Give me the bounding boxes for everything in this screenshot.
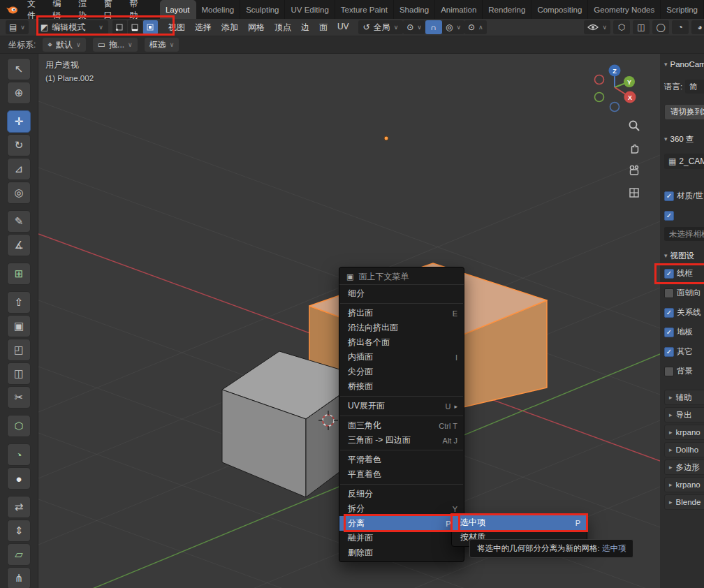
pan-button[interactable]	[625, 139, 643, 157]
header-menu-view[interactable]: 视图	[163, 22, 190, 34]
cursor-tool-button[interactable]: ⊕	[7, 82, 31, 104]
annotate-tool-button[interactable]: ✎	[7, 210, 31, 233]
extrude-region-tool-button[interactable]: ⇧	[7, 291, 31, 314]
snap-toggle-button[interactable]: ∩	[425, 20, 442, 34]
context-menu-item-split[interactable]: 拆分Y	[339, 501, 464, 516]
workspace-tab-sculpting[interactable]: Sculpting	[240, 0, 285, 19]
falloff-dropdown[interactable]: ⊙∧	[464, 20, 487, 34]
menu-render[interactable]: 渲染	[72, 0, 98, 22]
context-menu-item-subdivide[interactable]: 细分	[339, 286, 464, 301]
menu-file[interactable]: 文件	[21, 0, 47, 22]
header-menu-select[interactable]: 选择	[190, 22, 217, 34]
workspace-tab-modeling[interactable]: Modeling	[196, 0, 241, 19]
mode-dropdown[interactable]: ◩ 编辑模式 ∨	[36, 20, 108, 34]
sidebar-panel-dollhouse[interactable]: ▸Dollho	[664, 442, 704, 457]
edge-select-button[interactable]	[128, 20, 142, 34]
context-menu-item-extrude-individual-faces[interactable]: 挤出各个面	[339, 335, 464, 350]
workspace-tab-compositing[interactable]: Compositing	[531, 0, 588, 19]
drag-mode-dropdown[interactable]: ▭ 拖... ∨	[93, 38, 138, 52]
menu-edit[interactable]: 编辑	[47, 0, 73, 22]
shrink-fatten-tool-button[interactable]: ⇕	[7, 520, 31, 542]
context-menu-item-separate[interactable]: 分离P▸	[339, 516, 464, 531]
poly-build-tool-button[interactable]: ⬡	[7, 415, 31, 437]
bevel-tool-button[interactable]: ◰	[7, 339, 31, 361]
viewport-shading-button[interactable]: ◔	[672, 20, 689, 34]
header-menu-mesh[interactable]: 网格	[243, 22, 270, 34]
context-menu-item-delete-faces[interactable]: 删除面	[339, 545, 464, 560]
measure-tool-button[interactable]: ∡	[7, 234, 31, 256]
proportional-edit-dropdown[interactable]: ◎∨	[442, 20, 464, 34]
knife-tool-button[interactable]: ✂	[7, 386, 31, 409]
sidebar-checkbox-unlabeled[interactable]: ✓	[664, 208, 704, 223]
sidebar-section-360[interactable]: ▾ 360 查	[664, 133, 704, 145]
rip-region-tool-button[interactable]: ⋔	[7, 567, 31, 588]
edge-slide-tool-button[interactable]: ⇄	[7, 496, 31, 518]
sidebar-panel-panocam[interactable]: ▾ PanoCam	[664, 58, 704, 71]
sidebar-panel-polygon[interactable]: ▸多边形	[664, 460, 704, 475]
context-menu-item-uv-unwrap-faces[interactable]: UV展开面U▸	[339, 399, 464, 413]
editor-type-button[interactable]: ▤∨	[6, 20, 29, 34]
material-world-check-row[interactable]: ✓ 材质/世	[664, 189, 704, 203]
context-menu-item-triangulate-faces[interactable]: 面三角化Ctrl T	[339, 418, 464, 433]
language-dropdown[interactable]: 简 ∨	[685, 80, 704, 94]
sidebar-panel-krpano-1[interactable]: ▸krpano	[664, 425, 704, 440]
context-menu-item-poke-faces[interactable]: 尖分面	[339, 365, 464, 379]
show-overlays-button[interactable]: ◫	[633, 20, 650, 34]
pivot-dropdown[interactable]: ⊙∨	[403, 20, 425, 34]
view-check-others[interactable]: ✓其它	[664, 344, 704, 359]
navigation-gizmo[interactable]: Z Y X	[595, 65, 636, 112]
view-check-relationship-lines[interactable]: ✓关系线	[664, 305, 704, 320]
face-select-button[interactable]	[143, 20, 158, 34]
zoom-button[interactable]	[625, 117, 643, 135]
context-menu-item-extrude-faces[interactable]: 挤出面E	[339, 306, 464, 321]
move-tool-button[interactable]: ✛	[7, 110, 31, 133]
xray-toggle-button[interactable]: ◯	[652, 20, 669, 34]
view-check-floor[interactable]: ✓地板	[664, 325, 704, 339]
transform-tool-button[interactable]: ◎	[7, 182, 31, 204]
sidebar-panel-krpano-2[interactable]: ▸krpano	[664, 477, 704, 492]
add-cube-tool-button[interactable]: ⊞	[7, 263, 31, 285]
header-menu-uv[interactable]: UV	[332, 22, 354, 34]
menu-help[interactable]: 帮助	[123, 0, 149, 22]
submenu-item-selection[interactable]: 选中项P	[452, 515, 587, 530]
view-check-face-orientation[interactable]: 面朝向	[664, 286, 704, 300]
workspace-tab-texture-paint[interactable]: Texture Paint	[335, 0, 394, 19]
header-menu-edge[interactable]: 边	[296, 22, 314, 34]
workspace-tab-uv-editing[interactable]: UV Editing	[285, 0, 335, 19]
context-menu-item-bridge-faces[interactable]: 桥接面	[339, 379, 464, 394]
scale-tool-button[interactable]: ⊿	[7, 158, 31, 180]
show-gizmo-button[interactable]: ⬡	[613, 20, 630, 34]
camera-dropdown[interactable]: ▦ 2_CAM ∨	[664, 154, 704, 169]
tweak-select-tool-button[interactable]: ↖	[7, 58, 31, 80]
select-mode-dropdown[interactable]: 框选 ∨	[145, 38, 179, 52]
view-check-background[interactable]: 背景	[664, 364, 704, 378]
shear-tool-button[interactable]: ▱	[7, 543, 31, 566]
spin-tool-button[interactable]: ◔	[7, 443, 31, 466]
workspace-tab-geometry-nodes[interactable]: Geometry Nodes	[588, 0, 661, 19]
rotate-tool-button[interactable]: ↻	[7, 134, 31, 156]
sidebar-panel-export[interactable]: ▸导出	[664, 407, 704, 422]
shading-sphere-button[interactable]: ◕	[691, 20, 704, 34]
context-menu-item-inset-faces[interactable]: 内插面I	[339, 350, 464, 365]
header-menu-face[interactable]: 面	[314, 22, 332, 34]
context-menu-item-shade-flat[interactable]: 平直着色	[339, 467, 464, 482]
workspace-tab-rendering[interactable]: Rendering	[483, 0, 531, 19]
vertex-select-button[interactable]	[112, 20, 127, 34]
blender-logo-icon[interactable]	[6, 3, 18, 16]
loop-cut-tool-button[interactable]: ◫	[7, 362, 31, 385]
sidebar-panel-blender[interactable]: ▸Blende	[664, 494, 704, 510]
workspace-tab-layout[interactable]: Layout	[160, 0, 196, 19]
header-menu-add[interactable]: 添加	[217, 22, 243, 34]
context-menu-item-extrude-faces-along-normals[interactable]: 沿法向挤出面	[339, 321, 464, 335]
context-menu-item-shade-smooth[interactable]: 平滑着色	[339, 453, 464, 467]
visibility-dropdown[interactable]: ∨	[584, 20, 610, 34]
context-menu-item-tris-to-quads[interactable]: 三角面 -> 四边面Alt J	[339, 433, 464, 448]
smooth-tool-button[interactable]: ●	[7, 467, 31, 490]
workspace-tab-scripting[interactable]: Scripting	[661, 0, 704, 19]
orientation-dropdown[interactable]: ↺ 全局 ∨	[358, 20, 404, 34]
switch-object-button[interactable]: 请切换到对	[664, 104, 704, 120]
workspace-tab-animation[interactable]: Animation	[435, 0, 483, 19]
orthographic-toggle-button[interactable]	[625, 184, 643, 202]
sidebar-section-view-settings[interactable]: ▾ 视图设	[664, 249, 704, 262]
view-check-wireframe[interactable]: ✓线框	[664, 266, 704, 281]
